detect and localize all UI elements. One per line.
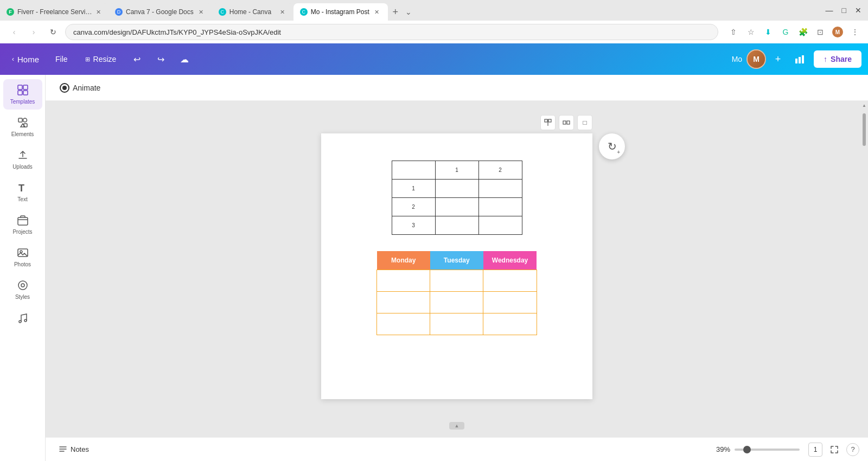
canva-header: ‹ Home File ⊞ Resize ↩ ↪ ☁ Mo M + ↑ Shar… [0,43,868,75]
close-button[interactable]: ✕ [855,6,861,15]
tab-canva-docs[interactable]: D Canva 7 - Google Docs ✕ [108,3,212,21]
sidebar-item-music[interactable] [3,307,42,329]
canvas-icon-align[interactable] [540,115,556,130]
resize-button[interactable]: ⊞ Resize [79,52,123,67]
sidebar-item-uploads[interactable]: Uploads [3,144,42,175]
address-bar: ‹ › ↻ ⇧ ☆ ⬇ G 🧩 ⊡ M ⋮ [0,21,868,43]
mo-instagram-favicon: C [300,8,308,16]
scroll-up-button[interactable]: ▲ [862,103,866,108]
maximize-button[interactable]: □ [842,6,846,15]
sidebar-item-projects[interactable]: Projects [3,209,42,240]
sidebar-item-text[interactable]: T Text [3,177,42,207]
table-row-label-1: 1 [392,180,435,198]
table-header-tuesday: Tuesday [430,251,483,270]
notes-button[interactable]: Notes [54,443,93,456]
help-button[interactable]: ? [846,443,859,456]
svg-rect-20 [548,119,551,122]
zoom-slider[interactable] [735,449,800,451]
canvas-icon-lock[interactable]: □ [577,115,592,130]
scroll-up-indicator[interactable]: ▲ [449,422,464,430]
redo-button[interactable]: ↪ [151,49,170,69]
svg-rect-12 [18,217,28,225]
back-button[interactable]: ‹ [7,24,22,40]
table-row-label-2: 2 [392,198,435,216]
animate-label: Animate [73,84,100,92]
tab-mo-instagram[interactable]: C Mo - Instagram Post ✕ [293,3,388,21]
right-scrollbar[interactable]: ▲ [860,101,868,437]
uploads-label: Uploads [12,164,33,170]
browser-menu-icon[interactable]: ⋮ [848,25,861,39]
canva-extension-icon[interactable]: ⬇ [762,25,775,39]
canva-docs-favicon: D [115,8,123,16]
canvas-top-icons: □ [540,115,592,130]
tab-canva-docs-label: Canva 7 - Google Docs [126,8,194,16]
table-cell-header-2: 2 [478,161,522,180]
svg-rect-3 [18,85,22,89]
puzzle-extension-icon[interactable]: 🧩 [796,25,809,39]
canvas-area: Animate [46,75,868,461]
styles-label: Styles [15,294,30,300]
canvas-scroll-area[interactable]: □ ↻ + 1 [46,101,868,437]
canvas-toolbar: Animate [46,75,868,101]
file-button[interactable]: File [49,52,74,67]
table-cell-header-empty [392,161,435,180]
address-input[interactable] [65,24,718,40]
tab-overflow-button[interactable]: ⌄ [405,8,412,16]
tab-canva-home-close[interactable]: ✕ [278,8,287,16]
notes-icon [59,445,67,454]
forward-button[interactable]: › [26,24,41,40]
analytics-button[interactable] [790,49,809,69]
user-avatar[interactable]: M [746,49,766,69]
scroll-thumb[interactable] [863,113,866,146]
tab-canva-home[interactable]: C Home - Canva ✕ [212,3,293,21]
profile-avatar-small[interactable]: M [831,25,844,39]
share-label: Share [831,55,852,63]
svg-rect-6 [23,91,28,95]
sidebar-item-templates[interactable]: Templates [3,79,42,110]
share-page-icon[interactable]: ⇧ [727,25,740,39]
undo-button[interactable]: ↩ [127,49,146,69]
sidebar-item-styles[interactable]: Styles [3,274,42,305]
share-button[interactable]: ↑ Share [814,50,861,68]
table-cell-2-2 [478,198,522,216]
sidebar-item-photos[interactable]: Photos [3,242,42,272]
add-collaborator-button[interactable]: + [770,52,786,67]
grammarly-icon[interactable]: G [779,25,792,39]
canva-home-favicon: C [219,8,226,16]
photos-icon [16,246,29,259]
bookmark-icon[interactable]: ☆ [744,25,757,39]
table-row [483,292,537,313]
reload-button[interactable]: ↻ [46,24,61,40]
refresh-circle-button[interactable]: ↻ + [599,133,625,159]
tab-canva-docs-close[interactable]: ✕ [197,8,206,16]
table-cell-1-2 [478,180,522,198]
minimize-button[interactable]: — [826,6,833,15]
animate-button[interactable]: Animate [54,80,106,96]
fullscreen-button[interactable] [827,442,842,457]
simple-table-container: 1 2 1 2 [392,161,522,235]
styles-icon [16,279,29,292]
svg-text:T: T [18,183,24,194]
page-number-indicator[interactable]: 1 [808,443,822,457]
tab-mo-instagram-label: Mo - Instagram Post [311,8,369,16]
table-row [430,313,483,335]
svg-point-17 [19,321,21,323]
tab-fiverr-close[interactable]: ✕ [95,8,102,16]
canvas-icon-distribute[interactable] [559,115,574,130]
design-canvas: 1 2 1 2 [321,133,592,399]
tab-mo-instagram-close[interactable]: ✕ [373,8,381,16]
table-cell-3-1 [435,216,478,235]
sidebar: Templates Elements Uploads [0,75,46,461]
fiverr-favicon: F [7,8,14,16]
text-icon: T [16,181,29,194]
sidebar-toggle-icon[interactable]: ⊡ [814,25,827,39]
new-tab-button[interactable]: + [388,4,403,20]
uploads-icon [16,149,29,162]
tab-bar: F Fiverr - Freelance Services Marke ✕ D … [0,0,868,21]
zoom-level: 39% [709,445,730,453]
refresh-icon: ↻ [608,140,617,153]
home-button[interactable]: ‹ Home [7,52,44,67]
sidebar-item-elements[interactable]: Elements [3,112,42,142]
tab-fiverr[interactable]: F Fiverr - Freelance Services Marke ✕ [0,3,108,21]
save-status-icon[interactable]: ☁ [175,49,194,69]
